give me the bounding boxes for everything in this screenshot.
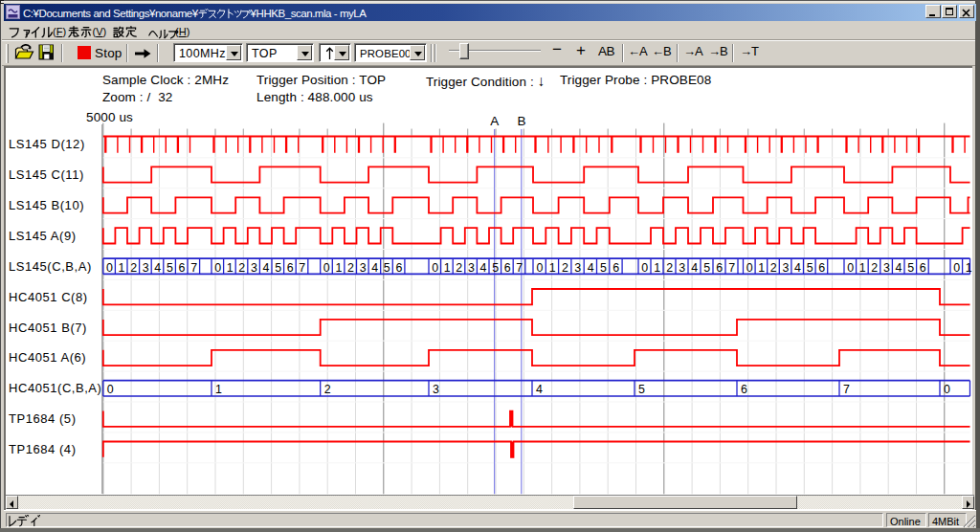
svg-text:2: 2 xyxy=(238,261,245,275)
svg-text:4: 4 xyxy=(794,261,801,275)
svg-text:1: 1 xyxy=(227,261,234,275)
svg-text:4: 4 xyxy=(480,261,487,275)
svg-text:6: 6 xyxy=(920,261,926,275)
svg-text:4: 4 xyxy=(691,261,698,275)
svg-text:6: 6 xyxy=(395,261,402,275)
svg-text:1: 1 xyxy=(859,261,866,275)
svg-text:0: 0 xyxy=(536,261,543,275)
svg-text:2: 2 xyxy=(562,261,568,275)
svg-text:4: 4 xyxy=(896,261,902,275)
svg-text:4: 4 xyxy=(371,261,378,275)
svg-text:1: 1 xyxy=(549,261,556,275)
svg-text:3: 3 xyxy=(360,261,367,275)
svg-text:1: 1 xyxy=(215,383,222,396)
svg-text:0: 0 xyxy=(847,261,854,275)
svg-text:0: 0 xyxy=(953,261,960,275)
svg-text:3: 3 xyxy=(679,261,685,275)
svg-text:0: 0 xyxy=(106,261,113,275)
svg-text:7: 7 xyxy=(190,261,197,275)
svg-text:5: 5 xyxy=(703,261,710,275)
svg-text:6: 6 xyxy=(716,261,723,275)
svg-text:6: 6 xyxy=(504,261,511,275)
svg-text:2: 2 xyxy=(324,383,331,396)
svg-text:7: 7 xyxy=(843,383,850,396)
svg-text:3: 3 xyxy=(782,261,789,275)
svg-text:6: 6 xyxy=(741,383,747,396)
svg-text:0: 0 xyxy=(432,261,438,275)
svg-text:6: 6 xyxy=(612,261,619,275)
svg-text:2: 2 xyxy=(130,261,137,275)
svg-text:5: 5 xyxy=(807,261,813,275)
svg-text:1: 1 xyxy=(758,261,765,275)
svg-text:3: 3 xyxy=(433,383,439,396)
svg-text:1: 1 xyxy=(966,261,972,275)
svg-text:3: 3 xyxy=(143,261,149,275)
svg-text:6: 6 xyxy=(179,261,186,275)
svg-text:3: 3 xyxy=(468,261,475,275)
svg-text:0: 0 xyxy=(641,261,648,275)
svg-text:0: 0 xyxy=(107,383,114,396)
svg-text:5: 5 xyxy=(384,261,390,275)
svg-text:4: 4 xyxy=(588,261,594,275)
svg-text:3: 3 xyxy=(574,261,581,275)
svg-text:1: 1 xyxy=(119,261,125,275)
svg-text:2: 2 xyxy=(770,261,777,275)
svg-text:2: 2 xyxy=(456,261,462,275)
svg-text:7: 7 xyxy=(516,261,523,275)
svg-text:5: 5 xyxy=(275,261,281,275)
svg-text:6: 6 xyxy=(287,261,294,275)
svg-text:0: 0 xyxy=(214,261,221,275)
svg-text:2: 2 xyxy=(871,261,878,275)
svg-text:4: 4 xyxy=(263,261,270,275)
svg-text:5: 5 xyxy=(167,261,173,275)
svg-text:1: 1 xyxy=(335,261,342,275)
svg-text:2: 2 xyxy=(666,261,673,275)
svg-text:0: 0 xyxy=(323,261,330,275)
svg-text:0: 0 xyxy=(944,383,950,396)
svg-text:3: 3 xyxy=(251,261,257,275)
svg-text:5: 5 xyxy=(907,261,914,275)
svg-text:7: 7 xyxy=(728,261,735,275)
svg-text:5: 5 xyxy=(600,261,607,275)
svg-text:0: 0 xyxy=(746,261,753,275)
svg-text:5: 5 xyxy=(638,383,645,396)
svg-text:1: 1 xyxy=(654,261,660,275)
svg-text:3: 3 xyxy=(883,261,890,275)
svg-text:5: 5 xyxy=(492,261,499,275)
svg-text:1: 1 xyxy=(444,261,451,275)
svg-text:6: 6 xyxy=(818,261,825,275)
svg-text:2: 2 xyxy=(347,261,354,275)
svg-text:4: 4 xyxy=(154,261,161,275)
svg-text:7: 7 xyxy=(299,261,305,275)
svg-text:4: 4 xyxy=(536,383,543,396)
